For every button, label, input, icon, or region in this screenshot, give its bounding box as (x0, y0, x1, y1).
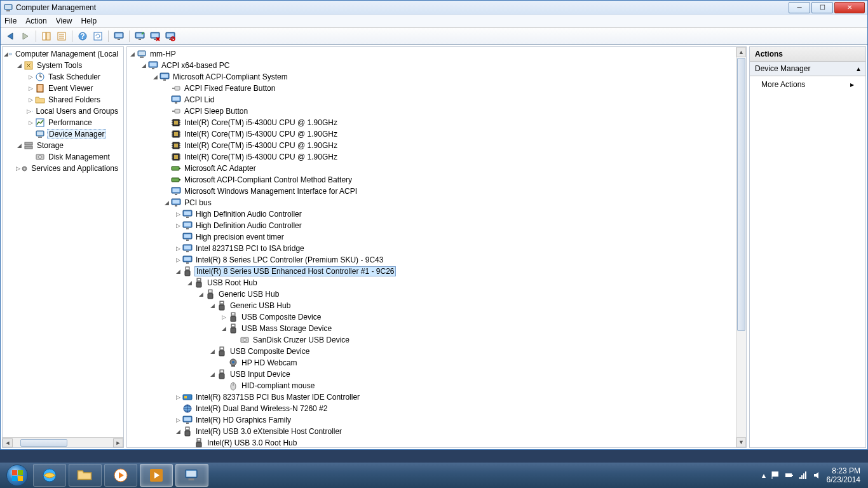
uninstall-button[interactable] (148, 29, 162, 43)
maximize-button[interactable]: ☐ (811, 2, 833, 13)
properties-button[interactable] (55, 29, 69, 43)
tree-item[interactable]: Services and Applications (30, 164, 119, 173)
device-item[interactable]: Microsoft AC Adapter (183, 164, 257, 173)
actions-section[interactable]: Device Manager ▴ (750, 62, 865, 76)
update-driver-button[interactable] (133, 29, 147, 43)
device-item[interactable]: Microsoft ACPI-Compliant Control Method … (183, 175, 353, 184)
flag-icon[interactable] (771, 471, 780, 480)
device-item[interactable]: ACPI x64-based PC (160, 61, 231, 70)
expand-toggle[interactable]: ▷ (15, 165, 20, 172)
volume-icon[interactable] (813, 471, 822, 480)
expand-toggle[interactable]: ▷ (174, 416, 182, 424)
expand-toggle[interactable]: ▷ (174, 256, 182, 264)
tree-item[interactable]: Task Scheduler (47, 72, 102, 81)
taskbar-explorer-button[interactable] (69, 464, 102, 487)
expand-toggle[interactable]: ◢ (151, 73, 159, 81)
expand-toggle[interactable]: ▷ (174, 210, 182, 218)
device-item[interactable]: HID-compliant mouse (240, 381, 316, 390)
taskbar-app-button[interactable] (140, 464, 173, 487)
device-item[interactable]: High Definition Audio Controller (194, 221, 303, 230)
expand-toggle[interactable]: ◢ (140, 62, 147, 69)
scroll-left-button[interactable]: ◄ (3, 438, 13, 447)
device-item[interactable]: Generic USB Hub (229, 301, 292, 310)
expand-toggle[interactable]: ◢ (186, 279, 193, 287)
device-item[interactable]: ACPI Lid (183, 95, 215, 104)
tree-item[interactable]: System Tools (36, 61, 83, 70)
taskbar[interactable]: ▴ 8:23 PM 6/23/2014 (0, 463, 868, 488)
console-tree[interactable]: ◢Computer Management (Local ◢System Tool… (3, 47, 123, 437)
device-tree[interactable]: ◢mm-HP ◢ACPI x64-based PC ◢Microsoft ACP… (127, 47, 746, 447)
expand-toggle[interactable]: ◢ (15, 62, 23, 69)
refresh-button[interactable] (91, 29, 105, 43)
tree-item[interactable]: Performance (47, 118, 93, 127)
expand-toggle[interactable]: ▷ (27, 107, 31, 115)
expand-toggle[interactable]: ◢ (128, 50, 136, 58)
clock[interactable]: 8:23 PM 6/23/2014 (827, 466, 860, 484)
expand-toggle[interactable]: ▷ (174, 222, 182, 229)
vertical-scrollbar[interactable]: ▲ ▼ (736, 47, 746, 447)
forward-button[interactable] (18, 29, 32, 43)
device-item[interactable]: High Definition Audio Controller (194, 210, 303, 219)
show-hidden-icon[interactable]: ▴ (762, 471, 766, 480)
more-actions-item[interactable]: More Actions ▸ (750, 76, 865, 93)
menu-view[interactable]: View (56, 17, 72, 25)
device-item[interactable]: USB Composite Device (240, 313, 322, 322)
scroll-thumb[interactable] (737, 58, 745, 331)
horizontal-scrollbar[interactable]: ◄ ► (3, 437, 123, 447)
tree-item[interactable]: Local Users and Groups (35, 107, 119, 116)
device-item[interactable]: ACPI Fixed Feature Button (183, 84, 276, 93)
device-item[interactable]: Intel(R) Core(TM) i5-4300U CPU @ 1.90GHz (183, 152, 339, 161)
device-item[interactable]: USB Mass Storage Device (240, 324, 333, 333)
device-item[interactable]: High precision event timer (194, 233, 285, 241)
minimize-button[interactable]: ─ (789, 2, 810, 13)
help-button[interactable]: ? (76, 29, 90, 43)
disable-button[interactable] (163, 29, 177, 43)
scroll-right-button[interactable]: ► (113, 438, 123, 447)
scan-button[interactable] (112, 29, 126, 43)
tree-item[interactable]: Event Viewer (47, 84, 94, 93)
network-icon[interactable] (799, 471, 808, 480)
expand-toggle[interactable]: ▷ (27, 85, 34, 92)
back-button[interactable] (3, 29, 17, 43)
expand-toggle[interactable]: ◢ (174, 268, 182, 275)
device-item[interactable]: HP HD Webcam (240, 358, 299, 367)
device-item[interactable]: USB Root Hub (206, 278, 259, 287)
power-icon[interactable] (785, 471, 794, 480)
device-item[interactable]: Intel(R) USB 3.0 Root Hub (206, 438, 298, 447)
device-item[interactable]: Intel(R) Core(TM) i5-4300U CPU @ 1.90GHz (183, 118, 339, 127)
device-item[interactable]: Intel(R) Core(TM) i5-4300U CPU @ 1.90GHz (183, 130, 339, 139)
device-item[interactable]: Intel(R) HD Graphics Family (194, 416, 292, 424)
expand-toggle[interactable]: ◢ (197, 290, 205, 298)
scroll-up-button[interactable]: ▲ (736, 47, 746, 57)
tree-item-selected[interactable]: Device Manager (47, 129, 106, 139)
tree-item[interactable]: Disk Management (47, 152, 111, 161)
device-item[interactable]: Intel(R) 82371SB PCI Bus Master IDE Cont… (194, 393, 361, 402)
taskbar-compmgmt-button[interactable] (175, 464, 208, 487)
device-item[interactable]: Generic USB Hub (217, 290, 280, 299)
menu-action[interactable]: Action (25, 17, 46, 25)
expand-toggle[interactable]: ▷ (174, 393, 182, 401)
device-item[interactable]: Intel(R) USB 3.0 eXtensible Host Control… (194, 427, 343, 436)
show-hide-tree-button[interactable] (39, 29, 53, 43)
device-item[interactable]: USB Composite Device (229, 347, 311, 356)
taskbar-wmp-button[interactable] (104, 464, 137, 487)
device-item[interactable]: ACPI Sleep Button (183, 107, 249, 116)
expand-toggle[interactable]: ◢ (208, 348, 216, 355)
expand-toggle[interactable]: ◢ (174, 428, 182, 435)
device-item[interactable]: Microsoft Windows Management Interface f… (183, 187, 358, 196)
device-item[interactable]: USB Input Device (229, 370, 292, 379)
device-item[interactable]: SanDisk Cruzer USB Device (252, 336, 351, 344)
expand-toggle[interactable]: ▷ (27, 73, 34, 81)
scroll-thumb[interactable] (20, 439, 67, 447)
start-button[interactable] (4, 464, 31, 487)
tree-item[interactable]: Storage (36, 141, 65, 150)
device-item[interactable]: mm-HP (149, 50, 177, 58)
expand-toggle[interactable]: ◢ (208, 302, 216, 309)
tree-item[interactable]: Shared Folders (47, 95, 102, 104)
expand-toggle[interactable]: ◢ (15, 142, 23, 149)
menu-help[interactable]: Help (81, 17, 97, 25)
device-item[interactable]: PCI bus (183, 198, 213, 207)
scroll-down-button[interactable]: ▼ (736, 437, 746, 447)
titlebar[interactable]: Computer Management ─ ☐ ✕ (1, 1, 867, 15)
expand-toggle[interactable]: ▷ (27, 119, 34, 126)
